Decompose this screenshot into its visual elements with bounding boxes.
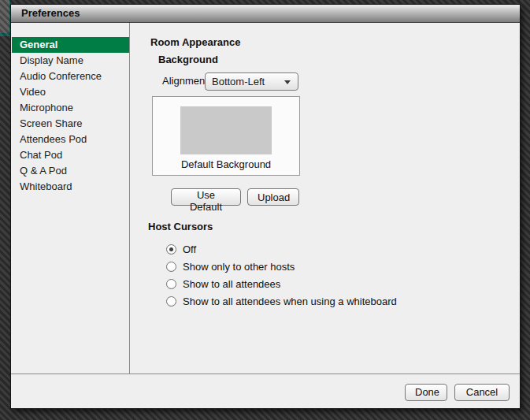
alignment-selected-value: Bottom-Left: [212, 76, 265, 87]
radio-label: Off: [183, 243, 196, 255]
subsection-title-background: Background: [158, 54, 218, 65]
background-preview-caption: Default Background: [153, 158, 299, 170]
sidebar-item-video[interactable]: Video: [12, 84, 129, 100]
alignment-label: Alignment:: [162, 75, 210, 87]
radio-label: Show only to other hosts: [183, 261, 295, 273]
modal-backdrop: Preferences General Display Name Audio C…: [0, 0, 530, 420]
radio-icon: [166, 296, 176, 307]
sidebar-item-chat-pod[interactable]: Chat Pod: [12, 147, 129, 163]
sidebar-item-qa-pod[interactable]: Q & A Pod: [12, 163, 129, 179]
sidebar-item-whiteboard[interactable]: Whiteboard: [12, 179, 129, 195]
dialog-title: Preferences: [21, 7, 80, 19]
dialog-titlebar[interactable]: Preferences: [11, 5, 520, 23]
preferences-dialog: Preferences General Display Name Audio C…: [10, 4, 521, 409]
radio-option-show-only-other-hosts[interactable]: Show only to other hosts: [166, 260, 295, 273]
sidebar-item-screen-share[interactable]: Screen Share: [12, 116, 129, 132]
done-button[interactable]: Done: [405, 384, 447, 401]
background-thumbnail: [180, 106, 272, 154]
preferences-content: Room Appearance Background Alignment: Bo…: [130, 23, 520, 372]
use-default-button[interactable]: Use Default: [171, 188, 241, 206]
radio-icon: [166, 279, 176, 289]
radio-option-off[interactable]: Off: [166, 243, 196, 255]
preferences-sidebar: General Display Name Audio Conference Vi…: [12, 23, 129, 372]
section-title-room-appearance: Room Appearance: [150, 36, 240, 48]
radio-label: Show to all attendees when using a white…: [183, 295, 397, 307]
sidebar-item-attendees-pod[interactable]: Attendees Pod: [12, 132, 129, 147]
chevron-down-icon: [284, 80, 291, 84]
sidebar-item-audio-conference[interactable]: Audio Conference: [12, 69, 129, 84]
radio-icon: [166, 244, 176, 255]
sidebar-item-microphone[interactable]: Microphone: [12, 100, 129, 116]
dialog-footer: Done Cancel: [11, 373, 520, 408]
radio-option-show-all-attendees-whiteboard[interactable]: Show to all attendees when using a white…: [166, 295, 397, 307]
radio-option-show-all-attendees[interactable]: Show to all attendees: [166, 277, 280, 290]
background-preview-box: Default Background: [152, 96, 300, 176]
upload-button[interactable]: Upload: [247, 188, 299, 206]
sidebar-item-general[interactable]: General: [12, 37, 129, 53]
alignment-dropdown[interactable]: Bottom-Left: [205, 72, 298, 91]
radio-icon: [166, 262, 176, 272]
section-title-host-cursors: Host Cursors: [148, 221, 213, 232]
background-app-fragment: [0, 0, 9, 33]
sidebar-item-display-name[interactable]: Display Name: [12, 53, 129, 69]
radio-label: Show to all attendees: [183, 278, 280, 290]
cancel-button[interactable]: Cancel: [454, 384, 510, 401]
